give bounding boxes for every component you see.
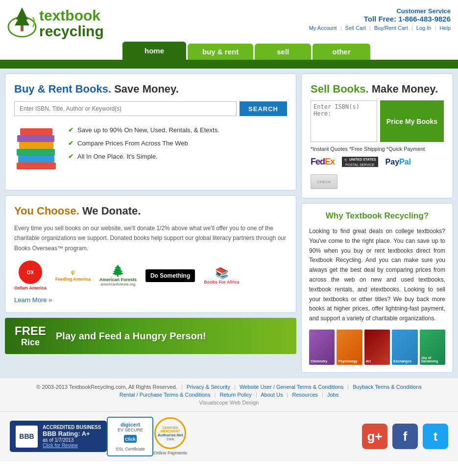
resources-link[interactable]: Resources (292, 392, 318, 398)
social-icons: g+ f t (362, 424, 448, 449)
svg-rect-9 (20, 128, 52, 135)
check-image: CHECK (311, 174, 337, 189)
logo-text: textbook recycling (39, 8, 104, 39)
sell-title-colored: Sell Books. (311, 83, 369, 95)
donate-text: Every time you sell books on our website… (14, 223, 287, 253)
payment-logos: FedEx 🦅 UNITED STATES POSTAL SERVICE Pay… (311, 157, 444, 189)
paypal-logo: PayPal (386, 158, 411, 167)
svg-rect-4 (17, 163, 56, 169)
feature-item: ✔Save up to 90% On New, Used, Rentals, &… (68, 123, 219, 137)
user-terms-link[interactable]: Website User / General Terms & Condition… (240, 384, 343, 390)
buyback-terms-link[interactable]: Buyback Terms & Conditions (353, 384, 421, 390)
search-row: SEARCH (14, 101, 287, 116)
why-box: Why Textbook Recycling? Looking to find … (301, 203, 453, 373)
why-title: Why Textbook Recycling? (309, 211, 445, 221)
buy-rent-title: Buy & Rent Books. Save Money. (14, 83, 287, 95)
authorize-circle: VERIFIED MERCHANT Authorize.Net Click (154, 417, 186, 449)
feeding-america-logo: 🌾 Feeding America (55, 270, 91, 282)
freerice-banner[interactable]: FREE Rice Play and Feed a Hungry Person! (5, 318, 296, 354)
thumb-art: Art (364, 330, 390, 365)
search-input[interactable] (14, 101, 237, 116)
logo-area: textbook recycling (7, 5, 104, 42)
isbn-row: Price My Books (311, 100, 444, 142)
donate-box: You Choose. We Donate. Every time you se… (5, 195, 296, 313)
book-stack-icon (14, 123, 58, 180)
rental-terms-link[interactable]: Rental / Purchase Terms & Conditions (120, 392, 211, 398)
svg-rect-3 (21, 25, 24, 31)
copyright-text: © 2003-2013 TextbookRecycling.com, All R… (36, 384, 177, 390)
bbb-badge[interactable]: BBB ACCREDITED BUSINESS BBB Rating: A+ a… (10, 421, 107, 452)
authorize-badge[interactable]: VERIFIED MERCHANT Authorize.Net Click On… (153, 417, 187, 455)
login-link[interactable]: Log In (416, 25, 432, 31)
toll-free: Toll Free: 1-866-483-9826 (309, 15, 451, 23)
digicert-sub: EV SECURE (114, 428, 146, 432)
price-my-books-button[interactable]: Price My Books (380, 100, 444, 142)
footer: © 2003-2013 TextbookRecycling.com, All R… (0, 378, 458, 411)
footer-links-row2: Rental / Purchase Terms & Conditions | R… (6, 392, 452, 398)
instant-quotes: *Instant Quotes *Free Shipping *Quick Pa… (311, 146, 444, 152)
tab-other[interactable]: other (313, 44, 370, 60)
jobs-link[interactable]: Jobs (327, 392, 338, 398)
customer-service: Customer Service Toll Free: 1-866-483-98… (309, 5, 451, 31)
thumb-psychology: Psychology (337, 330, 362, 365)
isbn-input[interactable] (311, 100, 377, 142)
buy-rent-title-colored: Buy & Rent Books. (14, 83, 111, 95)
feature-item: ✔Compare Prices From Across The Web (68, 137, 219, 150)
about-link[interactable]: About Us (261, 392, 283, 398)
tab-home[interactable]: home (122, 42, 186, 60)
learn-more-link[interactable]: Learn More » (14, 296, 52, 304)
digicert-label: digicert (114, 422, 146, 428)
sell-cart-link[interactable]: Sell Cart (345, 25, 366, 31)
do-something-logo: Do Something (145, 269, 195, 282)
authorize-text: Online Payments (153, 451, 187, 455)
buy-rent-box: Buy & Rent Books. Save Money. SEARCH (5, 73, 296, 190)
search-button[interactable]: SEARCH (240, 101, 287, 116)
my-account-link[interactable]: My Account (309, 25, 337, 31)
svg-rect-6 (17, 149, 55, 156)
bbb-info: ACCREDITED BUSINESS BBB Rating: A+ as of… (43, 425, 101, 448)
sell-title: Sell Books. Make Money. (311, 83, 444, 95)
digicert-click-icon: Click (114, 434, 146, 445)
sell-box: Sell Books. Make Money. Price My Books *… (301, 73, 453, 198)
book-stack-image (14, 123, 61, 181)
american-forests-logo: 🌲 American Forests americanforests.org (99, 264, 137, 286)
svg-rect-7 (19, 142, 53, 149)
powered-by: Visualscope Web Design (6, 400, 452, 405)
tab-buy-rent[interactable]: buy & rent (188, 44, 253, 60)
return-policy-link[interactable]: Return Policy (219, 392, 251, 398)
sell-title-black: Make Money. (369, 83, 438, 95)
facebook-button[interactable]: f (392, 424, 418, 449)
freerice-tagline: Play and Feed a Hungry Person! (56, 331, 206, 342)
thumb-gardening: Joy of Gardening (420, 330, 445, 365)
privacy-link[interactable]: Privacy & Security (187, 384, 230, 390)
main-content: Buy & Rent Books. Save Money. SEARCH (0, 69, 458, 378)
thumb-chemistry: Chemistry (309, 330, 335, 365)
feature-item: ✔All In One Place. It's Simple. (68, 150, 219, 163)
buy-rent-title-black: Save Money. (111, 83, 179, 95)
header: textbook recycling Customer Service Toll… (0, 0, 458, 42)
cs-label: Customer Service (309, 7, 451, 15)
logo-tree-icon (7, 5, 37, 42)
nav-bar: home buy & rent sell other (0, 42, 458, 60)
donate-title-black: We Donate. (79, 205, 141, 217)
help-link[interactable]: Help (439, 25, 451, 31)
twitter-button[interactable]: t (423, 424, 448, 449)
trust-bar: BBB ACCREDITED BUSINESS BBB Rating: A+ a… (0, 411, 458, 461)
header-links: My Account | Sell Cart | Buy/Rent Cart |… (309, 25, 451, 31)
right-column: Sell Books. Make Money. Price My Books *… (301, 73, 453, 373)
footer-links-row1: © 2003-2013 TextbookRecycling.com, All R… (6, 384, 452, 390)
google-plus-button[interactable]: g+ (362, 424, 387, 449)
thumb-exchanges: Exchanges (392, 330, 417, 365)
why-text: Looking to find great deals on college t… (309, 227, 445, 324)
oxfam-logo: OX Oxfam America (14, 261, 47, 290)
svg-rect-5 (18, 156, 54, 163)
buy-rent-cart-link[interactable]: Buy/Rent Cart (374, 25, 408, 31)
tab-sell[interactable]: sell (255, 44, 311, 60)
usps-logo: 🦅 UNITED STATES POSTAL SERVICE (342, 157, 378, 167)
donate-title-colored: You Choose. (14, 205, 79, 217)
books-africa-logo: 📚 Books For Africa (204, 267, 239, 285)
digicert-bottom: SSL Certificate (114, 447, 146, 452)
digicert-badge[interactable]: digicert EV SECURE Click SSL Certificate (107, 417, 153, 456)
org-logos: OX Oxfam America 🌾 Feeding America 🌲 Ame… (14, 261, 287, 290)
left-column: Buy & Rent Books. Save Money. SEARCH (5, 73, 296, 373)
